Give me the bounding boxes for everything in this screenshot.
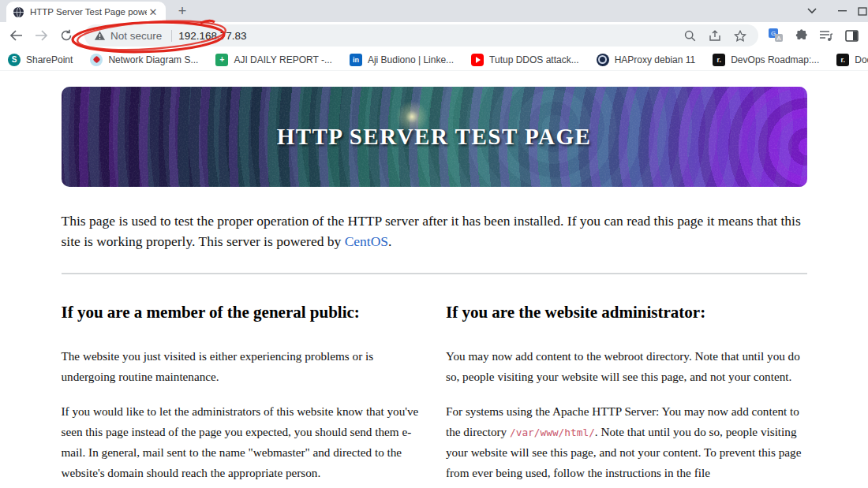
search-icon[interactable] [679,25,700,46]
general-public-heading: If you are a member of the general publi… [62,303,423,322]
globe-favicon-icon [13,6,24,18]
tab-search-chevron-icon[interactable] [797,0,827,22]
share-icon[interactable] [705,25,725,46]
general-public-column: If you are a member of the general publi… [62,274,423,488]
back-icon[interactable] [6,25,26,46]
bookmark-network-diagram[interactable]: Network Diagram S... [90,54,198,66]
youtube-icon [471,54,484,66]
minimize-button[interactable] [827,0,857,22]
forward-icon[interactable] [31,25,51,46]
address-bar[interactable]: Not secure 192.168.77.83 [84,24,758,47]
reload-icon[interactable] [56,25,77,46]
tab-strip: HTTP Server Test Page powered ✕ + [0,0,868,22]
bookmark-sharepoint[interactable]: S SharePoint [8,54,73,66]
roadmap-icon: r. [836,54,849,66]
side-panel-icon[interactable] [840,25,862,46]
google-sheets-icon: + [215,54,228,66]
not-secure-warning-icon [94,30,106,41]
svg-text:A: A [776,35,781,42]
tab-close-icon[interactable]: ✕ [147,6,159,18]
paragraph: You may now add content to the webroot d… [446,346,807,387]
security-label: Not secure [110,30,162,42]
test-page-banner: HTTP SERVER TEST PAGE [62,87,807,187]
paragraph: The website you just visited is either e… [62,346,423,387]
bookmark-aji-daily-report[interactable]: + AJI DAILY REPORT -... [215,54,331,66]
bookmark-haproxy[interactable]: HAProxy debian 11 [597,54,696,66]
page-title: HTTP SERVER TEST PAGE [277,124,592,150]
url-text[interactable]: 192.168.77.83 [178,30,246,42]
haproxy-icon [597,54,609,66]
browser-tab[interactable]: HTTP Server Test Page powered ✕ [6,2,166,22]
centos-link[interactable]: CentOS [345,233,388,249]
bookmark-star-icon[interactable] [730,25,750,46]
bookmark-devops-roadmap[interactable]: r. DevOps Roadmap:... [713,54,819,66]
bookmarks-bar: S SharePoint Network Diagram S... + AJI … [0,49,868,71]
paragraph: For systems using the Apache HTTP Server… [446,401,807,488]
sharepoint-icon: S [8,54,21,66]
web-page-content: HTTP SERVER TEST PAGE This page is used … [0,87,868,488]
omnibox-divider [171,30,172,42]
administrator-column: If you are the website administrator: Yo… [446,274,807,488]
bookmark-youtube-ddos[interactable]: Tutup DDOS attack... [471,54,579,66]
extensions-puzzle-icon[interactable] [790,25,812,46]
apache-docroot-path: /var/www/html/ [510,427,595,438]
linkedin-icon: in [350,54,362,66]
media-controls-icon[interactable] [815,25,837,46]
administrator-heading: If you are the website administrator: [446,303,807,322]
roadmap-icon: r. [713,54,725,66]
tab-title: HTTP Server Test Page powered [30,7,147,17]
maximize-button[interactable] [857,0,868,22]
bookmark-docker-roadmap[interactable]: r. Docker Roadmap -... [836,54,868,66]
google-translate-icon[interactable]: G A [765,25,787,46]
paragraph: If you would like to let the administrat… [62,401,423,482]
intro-paragraph: This page is used to test the proper ope… [62,211,807,252]
bookmark-linkedin[interactable]: in Aji Budiono | Linke... [350,54,454,66]
new-tab-button[interactable]: + [172,1,193,21]
network-diagram-icon [90,54,103,66]
browser-toolbar: Not secure 192.168.77.83 G A [0,22,868,49]
